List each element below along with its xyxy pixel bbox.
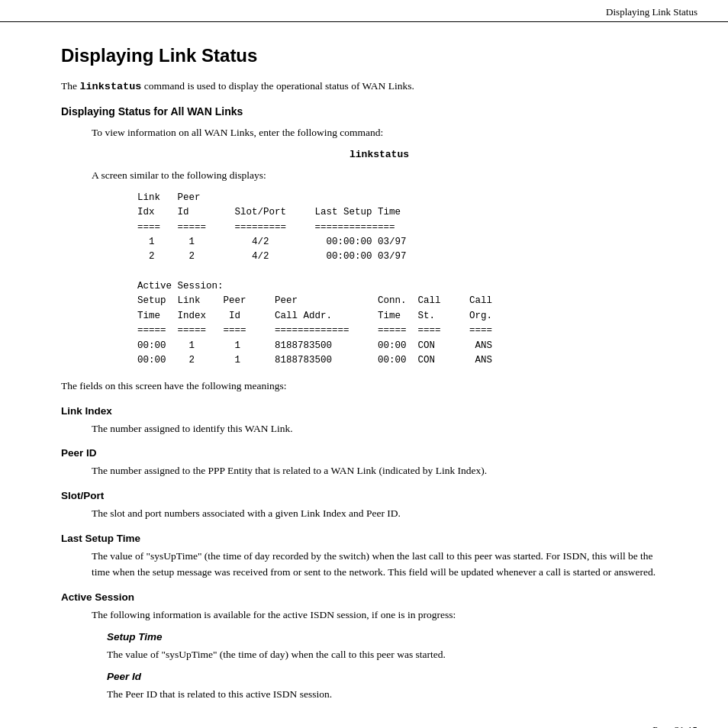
table-separator1: ==== ===== ========= ============== <box>137 221 667 235</box>
section1-heading: Displaying Status for All WAN Links <box>61 105 667 118</box>
page-footer: Page 31-15 <box>652 724 697 728</box>
intro-command: linkstatus <box>79 81 141 92</box>
field-desc-last-setup-time: The value of "sysUpTime" (the time of da… <box>92 549 667 581</box>
table-header-row2: Idx Id Slot/Port Last Setup Time <box>137 205 667 220</box>
field-heading-link-index: Link Index <box>61 405 667 417</box>
subfield-heading-peer-id: Peer Id <box>107 671 667 682</box>
field-desc-peer-id: The number assigned to the PPP Entity th… <box>92 463 667 479</box>
subfield-desc-setup-time: The value of "sysUpTime" (the time of da… <box>107 647 667 663</box>
main-content: Displaying Link Status The linkstatus co… <box>0 22 728 728</box>
subfield-heading-setup-time: Setup Time <box>107 631 667 643</box>
field-desc-slot-port: The slot and port numbers associated wit… <box>92 506 667 522</box>
field-heading-peer-id: Peer ID <box>61 447 667 459</box>
active-data-row2: 00:00 2 1 8188783500 00:00 CON ANS <box>137 353 667 368</box>
instruction-text: To view information on all WAN Links, en… <box>92 125 667 140</box>
fields-intro: The fields on this screen have the follo… <box>61 378 667 394</box>
header-title: Displaying Link Status <box>606 6 697 18</box>
table-data-row1: 1 1 4/2 00:00:00 03/97 <box>137 235 667 250</box>
intro-paragraph: The linkstatus command is used to displa… <box>61 79 667 95</box>
header-bar: Displaying Link Status <box>0 0 728 22</box>
intro-text-after: command is used to display the operation… <box>141 80 414 92</box>
table-header-row1: Link Peer <box>137 191 667 205</box>
screen-label: A screen similar to the following displa… <box>92 168 667 183</box>
section1-body: To view information on all WAN Links, en… <box>92 125 667 368</box>
field-desc-link-index: The number assigned to identify this WAN… <box>92 421 667 437</box>
status-table: Link Peer Idx Id Slot/Port Last Setup Ti… <box>137 191 667 369</box>
active-data-row1: 00:00 1 1 8188783500 00:00 CON ANS <box>137 339 667 353</box>
field-heading-slot-port: Slot/Port <box>61 490 667 501</box>
table-blank <box>137 265 667 279</box>
subfield-desc-peer-id: The Peer ID that is related to this acti… <box>107 687 667 703</box>
page-title: Displaying Link Status <box>61 45 667 66</box>
active-header-row1: Setup Link Peer Peer Conn. Call Call <box>137 294 667 308</box>
active-session-label: Active Session: <box>137 279 667 294</box>
field-heading-active-session: Active Session <box>61 591 667 603</box>
command-block: linkstatus <box>92 149 667 160</box>
page-number: Page 31-15 <box>652 724 697 728</box>
table-data-row2: 2 2 4/2 00:00:00 03/97 <box>137 250 667 264</box>
field-desc-active-session: The following information is available f… <box>92 607 667 623</box>
field-heading-last-setup-time: Last Setup Time <box>61 533 667 544</box>
active-header-row2: Time Index Id Call Addr. Time St. Org. <box>137 309 667 324</box>
intro-text-before: The <box>61 80 79 92</box>
active-separator: ===== ===== ==== ============= ===== ===… <box>137 324 667 338</box>
